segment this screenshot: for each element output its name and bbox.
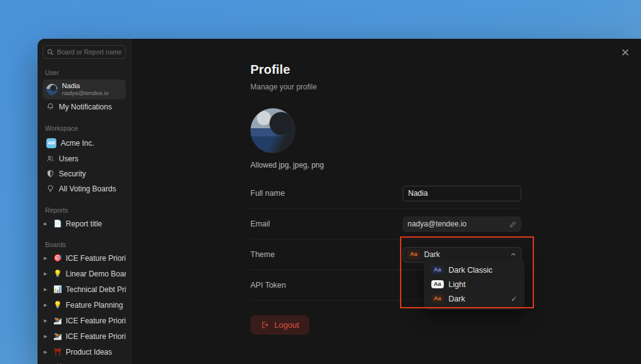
sidebar-item-label: Acme Inc.: [61, 139, 94, 148]
sidebar-item-security[interactable]: Security: [43, 166, 126, 181]
sidebar-item-label: My Notifications: [59, 103, 112, 111]
api-token-label: API Token: [250, 281, 286, 290]
board-emoji-icon: 💡: [53, 301, 62, 309]
sidebar-item-notifications[interactable]: My Notifications: [43, 99, 126, 114]
board-emoji-icon: 🎯: [53, 254, 62, 262]
theme-option-badge-icon: Aa: [431, 295, 444, 303]
sidebar-item-users[interactable]: Users: [43, 151, 126, 166]
sidebar-item-label: Users: [59, 154, 78, 163]
theme-option-label: Dark Classic: [449, 266, 493, 275]
expand-caret-icon[interactable]: ▶: [44, 350, 49, 355]
user-name: Nadia: [62, 82, 109, 90]
theme-option-badge-icon: Aa: [431, 280, 444, 289]
theme-option-label: Dark: [449, 295, 465, 303]
sidebar-item-label: Product Ideas: [66, 348, 112, 356]
logout-label: Logout: [274, 320, 299, 330]
settings-modal: Board or Report name... User Nadia nadya…: [38, 39, 641, 364]
logout-button[interactable]: Logout: [250, 315, 309, 335]
theme-row: Theme Aa Dark: [250, 240, 521, 270]
board-emoji-icon: 💡: [53, 270, 62, 278]
chevron-up-icon: [510, 251, 516, 258]
expand-caret-icon[interactable]: ▶: [44, 221, 49, 226]
email-value: nadya@tendee.io: [408, 220, 466, 228]
sidebar-item-workspace-org[interactable]: AW Acme Inc.: [43, 135, 126, 151]
check-icon: ✓: [511, 295, 517, 303]
full-name-row: Full name: [250, 178, 521, 209]
theme-option-dark-classic[interactable]: Aa Dark Classic: [428, 263, 521, 277]
section-label-user: User: [45, 69, 123, 76]
sidebar-item-label: Feature Planning: [66, 301, 123, 310]
bell-icon: [46, 103, 54, 111]
sidebar: Board or Report name... User Nadia nadya…: [38, 39, 131, 364]
section-label-workspace: Workspace: [45, 124, 123, 132]
board-emoji-icon: 📊: [53, 285, 62, 293]
theme-selected-value: Dark: [424, 250, 440, 259]
user-email: nadya@tendee.io: [62, 90, 109, 97]
sidebar-item-board[interactable]: ▶ 📊 Technical Debt Priori...: [43, 283, 126, 296]
sidebar-item-label: Linear Demo Board: [66, 270, 126, 278]
sidebar-item-label: ICE Feature Priorities: [66, 332, 126, 341]
sidebar-item-label: ICE Feature Priorities: [66, 316, 126, 325]
board-emoji-icon: ⛷️: [53, 332, 62, 340]
user-avatar-small: [46, 84, 58, 95]
sidebar-item-board[interactable]: ▶ 💡 Linear Demo Board: [43, 267, 126, 281]
expand-caret-icon[interactable]: ▶: [44, 334, 49, 339]
expand-caret-icon[interactable]: ▶: [44, 303, 49, 308]
email-field[interactable]: nadya@tendee.io: [403, 216, 521, 232]
report-emoji-icon: 📄: [53, 220, 62, 228]
sidebar-item-board[interactable]: ▶ ⛷️ ICE Feature Priorities: [43, 314, 126, 328]
edit-pencil-icon[interactable]: [510, 221, 516, 228]
section-label-boards: Boards: [45, 241, 123, 248]
section-label-reports: Reports: [45, 206, 123, 214]
expand-caret-icon[interactable]: ▶: [44, 256, 49, 261]
board-emoji-icon: ⛩️: [53, 348, 62, 356]
profile-avatar[interactable]: [250, 108, 295, 153]
close-icon[interactable]: ✕: [618, 45, 632, 61]
theme-label: Theme: [250, 250, 275, 259]
avatar-upload-hint: Allowed jpg, jpeg, png: [250, 161, 521, 169]
theme-dropdown-menu: Aa Dark Classic Aa Light Aa Dark ✓: [424, 259, 525, 310]
expand-caret-icon[interactable]: ▶: [44, 271, 49, 276]
users-icon: [46, 154, 54, 163]
sidebar-item-board[interactable]: ▶ 🚀 Product Roadmap: [43, 361, 126, 364]
full-name-label: Full name: [250, 189, 285, 198]
sidebar-item-board[interactable]: ▶ ⛩️ Product Ideas: [43, 345, 126, 359]
sidebar-item-report[interactable]: ▶ 📄 Report title: [43, 217, 126, 231]
sidebar-item-board[interactable]: ▶ 🎯 ICE Feature Priorities: [43, 251, 126, 265]
full-name-input[interactable]: [403, 186, 521, 201]
shield-icon: [46, 169, 54, 178]
theme-option-dark[interactable]: Aa Dark ✓: [428, 291, 521, 306]
email-label: Email: [250, 220, 270, 228]
sidebar-item-label: Security: [59, 169, 86, 178]
sidebar-item-profile[interactable]: Nadia nadya@tendee.io: [43, 79, 126, 99]
theme-option-light[interactable]: Aa Light: [428, 277, 521, 291]
sidebar-item-board[interactable]: ▶ ⛷️ ICE Feature Priorities: [43, 330, 126, 343]
page-subtitle: Manage your profile: [250, 83, 521, 91]
profile-panel: ✕ Profile Manage your profile Allowed jp…: [131, 39, 641, 364]
sidebar-item-all-voting-boards[interactable]: All Voting Boards: [43, 181, 126, 196]
sidebar-item-label: All Voting Boards: [59, 185, 116, 193]
workspace-badge-icon: AW: [46, 138, 56, 148]
sidebar-item-board[interactable]: ▶ 💡 Feature Planning: [43, 298, 126, 312]
theme-option-label: Light: [449, 280, 466, 289]
expand-caret-icon[interactable]: ▶: [44, 318, 49, 323]
expand-caret-icon[interactable]: ▶: [44, 287, 49, 292]
logout-icon: [260, 321, 269, 329]
theme-option-badge-icon: Aa: [431, 266, 444, 275]
search-input[interactable]: Board or Report name...: [43, 45, 126, 59]
board-emoji-icon: ⛷️: [53, 316, 62, 325]
page-title: Profile: [250, 63, 521, 77]
sidebar-item-label: ICE Feature Priorities: [66, 254, 126, 263]
lightbulb-icon: [46, 185, 54, 193]
email-row: Email nadya@tendee.io: [250, 209, 521, 240]
search-icon: [47, 49, 54, 56]
sidebar-item-label: Technical Debt Priori...: [66, 285, 126, 294]
search-placeholder: Board or Report name...: [57, 48, 121, 56]
theme-badge-icon: Aa: [408, 250, 420, 259]
sidebar-item-label: Report title: [66, 220, 102, 228]
